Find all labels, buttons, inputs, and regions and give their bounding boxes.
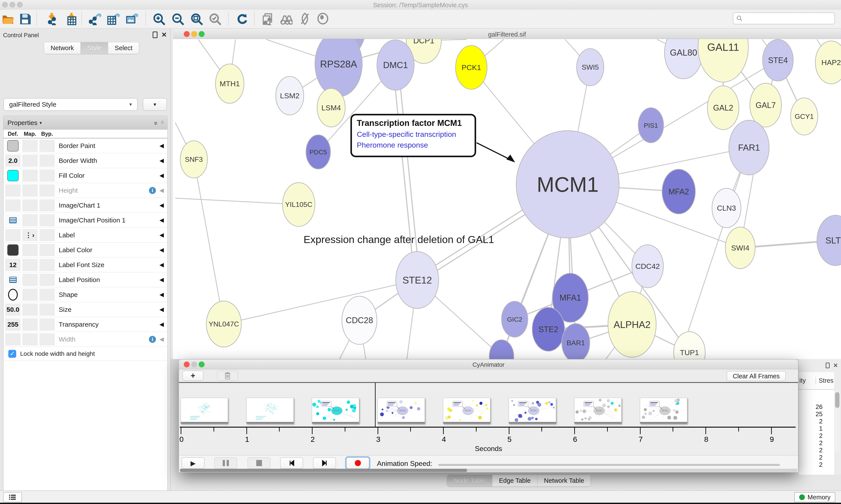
import-table-icon[interactable] [65, 12, 78, 25]
property-row[interactable]: Label Color ◀ [3, 242, 167, 257]
close-table-icon[interactable]: ✕ [833, 362, 838, 369]
discrete-mapping-icon[interactable]: ⋮› [25, 231, 35, 239]
expand-row-arrow[interactable]: ◀ [159, 247, 164, 253]
export-table-icon[interactable] [107, 12, 121, 25]
default-swatch[interactable] [7, 140, 19, 151]
add-frame-button[interactable]: + [182, 371, 203, 381]
default-value[interactable]: 255 [7, 321, 18, 328]
expand-row-arrow[interactable]: ◀ [159, 202, 164, 209]
timeline-scrollbar-thumb[interactable] [180, 469, 467, 472]
record-button[interactable] [346, 457, 369, 469]
property-row[interactable]: Label Position ◀ [3, 272, 167, 287]
frame-thumbnail-1[interactable] [246, 398, 294, 424]
expand-row-arrow[interactable]: ◀ [159, 142, 164, 149]
expand-row-arrow[interactable]: ◀ [159, 262, 164, 268]
expand-row-arrow[interactable]: ◀ [159, 306, 164, 313]
annotation-box[interactable]: Transcription factor MCM1 Cell-type-spec… [351, 114, 476, 157]
zoom-in-icon[interactable] [152, 12, 165, 25]
expand-row-arrow[interactable]: ◀ [159, 321, 164, 328]
table-tab-network-table[interactable]: Network Table [537, 475, 591, 486]
column-ity[interactable]: ity [799, 377, 806, 384]
node-GAL80[interactable] [664, 39, 702, 79]
property-row[interactable]: ⋮› Label ◀ [3, 228, 167, 242]
property-row[interactable]: Image/Chart 1 ◀ [3, 198, 167, 213]
frame-thumbnail-6[interactable]: MCM1 [574, 398, 622, 424]
property-row[interactable]: Image/Chart Position 1 ◀ [3, 213, 167, 228]
timeline[interactable]: Seconds 0123456789MCM1MCM1MCM1MCM1MCM1MC… [179, 383, 798, 455]
frame-thumbnail-2[interactable]: MCM1 [312, 398, 359, 424]
frame-thumbnail-7[interactable]: MCM1 [640, 398, 687, 424]
tab-select[interactable]: Select [108, 42, 139, 54]
play-button[interactable]: ▶ [182, 457, 204, 469]
position-icon[interactable] [9, 217, 17, 223]
expand-row-arrow[interactable]: ◀ [159, 291, 164, 298]
frame-thumbnail-3[interactable]: MCM1 [378, 398, 425, 424]
default-value[interactable]: 2.0 [8, 157, 18, 164]
property-row[interactable]: 2.0 Border Width ◀ [3, 153, 167, 168]
property-row[interactable]: 12 Label Font Size ◀ [3, 257, 167, 272]
expand-row-arrow[interactable]: ◀ [159, 276, 164, 283]
save-session-icon[interactable] [18, 12, 32, 25]
float-panel-icon[interactable] [153, 32, 158, 38]
expand-row-arrow[interactable]: ◀ [159, 157, 164, 164]
export-network-icon[interactable] [88, 12, 102, 25]
search-input[interactable] [745, 15, 835, 22]
lock-size-checkbox[interactable]: ✓ [8, 350, 16, 358]
clear-all-frames-button[interactable]: Clear All Frames [727, 371, 786, 381]
memory-button[interactable]: Memory [794, 492, 835, 502]
zoom-out-icon[interactable] [171, 12, 184, 25]
task-history-button[interactable] [3, 492, 22, 502]
tab-network[interactable]: Network [44, 42, 80, 54]
table-tab-node-table[interactable]: Node Table [447, 475, 492, 486]
default-value[interactable]: 50.0 [6, 306, 19, 313]
playhead[interactable] [375, 383, 376, 428]
expand-row-arrow[interactable]: ◀ [159, 172, 164, 179]
shape-ellipse-icon[interactable] [8, 289, 18, 301]
stop-button[interactable] [248, 457, 270, 469]
pause-button[interactable] [214, 457, 237, 469]
zoom-selected-icon[interactable] [208, 12, 222, 25]
close-panel-icon[interactable]: ✕ [161, 32, 167, 38]
properties-menu-icon[interactable]: ▾ [40, 120, 42, 125]
default-swatch[interactable] [7, 244, 19, 256]
collapse-all-icon[interactable]: » [158, 121, 166, 124]
animation-speed-slider[interactable] [438, 464, 780, 466]
show-details-icon[interactable] [316, 12, 330, 25]
go-to-start-button[interactable] [280, 457, 303, 469]
annotation-link[interactable]: Cell-type-specific transcription [357, 130, 470, 139]
frame-thumbnail-0[interactable] [181, 398, 228, 424]
delete-frame-button[interactable] [217, 371, 238, 381]
expand-row-arrow[interactable]: ◀ [159, 217, 164, 223]
duplicate-network-icon[interactable] [261, 12, 275, 25]
style-selector[interactable]: galFiltered Style ▾ [3, 98, 138, 111]
export-image-icon[interactable] [125, 12, 139, 25]
timeline-scrollbar[interactable] [180, 469, 798, 472]
frame-thumbnail-5[interactable]: MCM1 [509, 398, 556, 424]
expand-row-arrow[interactable]: ◀ [159, 232, 164, 238]
go-to-end-button[interactable] [313, 457, 336, 469]
refresh-view-icon[interactable] [235, 12, 248, 25]
property-row[interactable]: Height i ◀ [3, 183, 167, 198]
property-row[interactable]: Width i ◀ [3, 332, 167, 347]
property-row[interactable]: Shape ◀ [3, 287, 167, 302]
property-row[interactable]: 255 Transparency ◀ [3, 317, 167, 332]
zoom-fit-icon[interactable] [190, 12, 203, 25]
float-table-icon[interactable] [826, 363, 829, 368]
find-network-icon[interactable] [280, 12, 293, 25]
column-stress[interactable]: Stres [816, 377, 834, 384]
table-scrollbar[interactable] [835, 391, 840, 452]
style-options-button[interactable]: ▾ [143, 98, 167, 111]
expand-row-arrow[interactable]: ◀ [159, 187, 164, 194]
default-swatch[interactable] [7, 170, 19, 181]
node-NODE_B[interactable] [489, 340, 514, 359]
open-session-icon[interactable] [1, 12, 15, 25]
frame-thumbnail-4[interactable]: MCM1 [443, 398, 490, 424]
table-tab-edge-table[interactable]: Edge Table [492, 475, 537, 486]
position-icon[interactable] [9, 277, 17, 283]
hide-details-icon[interactable] [298, 12, 312, 25]
import-network-icon[interactable] [45, 12, 59, 25]
network-canvas[interactable]: RPS28BDCP1RPS28ADMC1PCK1SWI5GAL80GAL11ST… [173, 39, 841, 359]
default-value[interactable]: 12 [9, 261, 16, 269]
annotation-link[interactable]: Pheromone response [357, 141, 470, 149]
property-row[interactable]: Fill Color ◀ [3, 168, 167, 183]
